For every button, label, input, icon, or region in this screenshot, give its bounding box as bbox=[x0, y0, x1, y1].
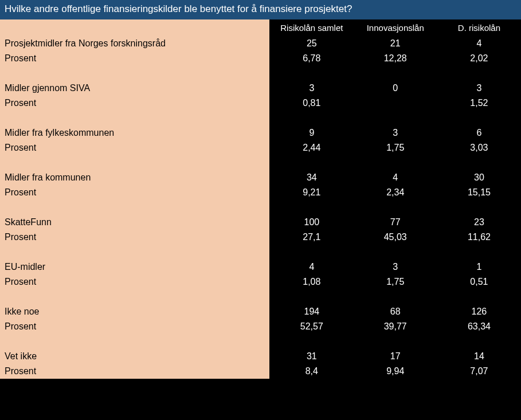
cell: 126 bbox=[437, 304, 521, 319]
cell: 0 bbox=[354, 81, 437, 96]
spacer-row bbox=[0, 111, 521, 125]
spacer-row bbox=[0, 66, 521, 81]
row-label: Midler fra fylkeskommunen bbox=[0, 125, 270, 140]
cell: 4 bbox=[354, 170, 437, 185]
percent-label: Prosent bbox=[0, 230, 270, 245]
cell: 2,34 bbox=[354, 185, 437, 200]
cell: 34 bbox=[270, 170, 354, 185]
empty-header bbox=[0, 19, 270, 36]
cell: 31 bbox=[270, 349, 354, 364]
row-label: EU-midler bbox=[0, 260, 270, 274]
percent-label: Prosent bbox=[0, 51, 270, 66]
percent-label: Prosent bbox=[0, 185, 270, 200]
cell: 1,75 bbox=[354, 140, 437, 155]
row-label: Vet ikke bbox=[0, 349, 270, 364]
percent-label: Prosent bbox=[0, 364, 270, 379]
table-row-percent: Prosent 2,44 1,75 3,03 bbox=[0, 140, 521, 155]
cell: 9 bbox=[270, 125, 354, 140]
table-row-percent: Prosent 9,21 2,34 15,15 bbox=[0, 185, 521, 200]
table-row-percent: Prosent 8,4 9,94 7,07 bbox=[0, 364, 521, 379]
table-row: Midler fra fylkeskommunen 9 3 6 bbox=[0, 125, 521, 140]
table-row: Ikke noe 194 68 126 bbox=[0, 304, 521, 319]
table-title-row: Hvilke andre offentlige finansieringskil… bbox=[0, 0, 521, 19]
row-label: Midler fra kommunen bbox=[0, 170, 270, 185]
cell: 45,03 bbox=[354, 230, 437, 245]
cell: 4 bbox=[437, 36, 521, 51]
cell: 2,02 bbox=[437, 51, 521, 66]
cell: 17 bbox=[354, 349, 437, 364]
cell: 1,75 bbox=[354, 274, 437, 289]
cell: 0,81 bbox=[270, 96, 354, 111]
cell: 9,94 bbox=[354, 364, 437, 379]
row-label: Prosjektmidler fra Norges forskningsråd bbox=[0, 36, 270, 51]
cell: 6 bbox=[437, 125, 521, 140]
cell: 1,52 bbox=[437, 96, 521, 111]
percent-label: Prosent bbox=[0, 140, 270, 155]
cell: 77 bbox=[354, 215, 437, 230]
percent-label: Prosent bbox=[0, 274, 270, 289]
column-headers-row: Risikolån samlet Innovasjonslån D. risik… bbox=[0, 19, 521, 36]
cell: 3 bbox=[354, 125, 437, 140]
col-header-1: Risikolån samlet bbox=[270, 19, 354, 36]
table-row-percent: Prosent 1,08 1,75 0,51 bbox=[0, 274, 521, 289]
cell: 100 bbox=[270, 215, 354, 230]
table-row: Vet ikke 31 17 14 bbox=[0, 349, 521, 364]
cell: 30 bbox=[437, 170, 521, 185]
spacer-row bbox=[0, 200, 521, 215]
cell: 39,77 bbox=[354, 319, 437, 334]
table-row-percent: Prosent 52,57 39,77 63,34 bbox=[0, 319, 521, 334]
cell: 68 bbox=[354, 304, 437, 319]
cell: 1 bbox=[437, 260, 521, 274]
cell: 21 bbox=[354, 36, 437, 51]
percent-label: Prosent bbox=[0, 96, 270, 111]
cell bbox=[354, 96, 437, 111]
row-label: Ikke noe bbox=[0, 304, 270, 319]
cell: 194 bbox=[270, 304, 354, 319]
row-label: Midler gjennom SIVA bbox=[0, 81, 270, 96]
cell: 27,1 bbox=[270, 230, 354, 245]
cell: 23 bbox=[437, 215, 521, 230]
cell: 1,08 bbox=[270, 274, 354, 289]
cell: 11,62 bbox=[437, 230, 521, 245]
cell: 25 bbox=[270, 36, 354, 51]
percent-label: Prosent bbox=[0, 319, 270, 334]
table-row-percent: Prosent 0,81 1,52 bbox=[0, 96, 521, 111]
cell: 3 bbox=[437, 81, 521, 96]
cell: 6,78 bbox=[270, 51, 354, 66]
cell: 3 bbox=[270, 81, 354, 96]
table-row-percent: Prosent 27,1 45,03 11,62 bbox=[0, 230, 521, 245]
cell: 14 bbox=[437, 349, 521, 364]
cell: 0,51 bbox=[437, 274, 521, 289]
cell: 8,4 bbox=[270, 364, 354, 379]
spacer-row bbox=[0, 245, 521, 260]
cell: 9,21 bbox=[270, 185, 354, 200]
spacer-row bbox=[0, 289, 521, 304]
table-row: Midler gjennom SIVA 3 0 3 bbox=[0, 81, 521, 96]
cell: 7,07 bbox=[437, 364, 521, 379]
table-row: EU-midler 4 3 1 bbox=[0, 260, 521, 274]
cell: 52,57 bbox=[270, 319, 354, 334]
cell: 3 bbox=[354, 260, 437, 274]
table-row: Midler fra kommunen 34 4 30 bbox=[0, 170, 521, 185]
cell: 12,28 bbox=[354, 51, 437, 66]
col-header-2: Innovasjonslån bbox=[354, 19, 437, 36]
table-row: SkatteFunn 100 77 23 bbox=[0, 215, 521, 230]
cell: 15,15 bbox=[437, 185, 521, 200]
table-title: Hvilke andre offentlige finansieringskil… bbox=[0, 0, 521, 19]
row-label: SkatteFunn bbox=[0, 215, 270, 230]
funding-sources-table: Hvilke andre offentlige finansieringskil… bbox=[0, 0, 521, 379]
spacer-row bbox=[0, 334, 521, 349]
table-row: Prosjektmidler fra Norges forskningsråd … bbox=[0, 36, 521, 51]
spacer-row bbox=[0, 155, 521, 170]
cell: 63,34 bbox=[437, 319, 521, 334]
col-header-3: D. risikolån bbox=[437, 19, 521, 36]
cell: 3,03 bbox=[437, 140, 521, 155]
table-row-percent: Prosent 6,78 12,28 2,02 bbox=[0, 51, 521, 66]
cell: 2,44 bbox=[270, 140, 354, 155]
cell: 4 bbox=[270, 260, 354, 274]
